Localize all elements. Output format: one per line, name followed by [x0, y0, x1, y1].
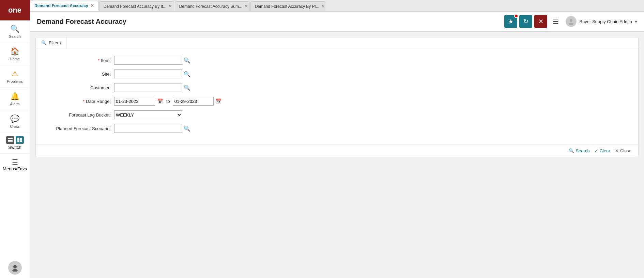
filters-tab-label: Filters: [49, 40, 61, 45]
app-logo[interactable]: one: [0, 0, 30, 20]
date-from-input[interactable]: [114, 97, 155, 106]
filter-tabs: 🔍 Filters: [36, 37, 638, 49]
search-filter-label: Search: [576, 148, 589, 153]
sidebar-problems-label: Problems: [7, 79, 22, 83]
sidebar-item-switch[interactable]: Switch: [0, 133, 30, 154]
svg-rect-0: [8, 138, 13, 139]
customer-input[interactable]: [114, 83, 182, 92]
item-label: * Item:: [46, 58, 114, 63]
tab-demand-forecast-pr[interactable]: Demand Forecast Accuracy By Pr... ✕: [250, 1, 325, 11]
search-nav-icon: 🔍: [10, 25, 19, 33]
search-filter-icon: 🔍: [569, 148, 574, 153]
tab-bar: Demand Forecast Accuracy ✕ Demand Foreca…: [30, 0, 644, 12]
item-input[interactable]: [114, 56, 182, 65]
tab-0-label: Demand Forecast Accuracy: [34, 3, 88, 8]
switch-icon-left: [6, 136, 14, 144]
date-range-to-text: to: [165, 99, 171, 104]
page-header: Demand Forecast Accuracy ★ ↻ ✕ ☰: [30, 12, 644, 32]
close-filter-label: Close: [620, 148, 631, 153]
sidebar-bottom: [0, 261, 30, 278]
favorite-button[interactable]: ★: [504, 15, 517, 28]
sidebar-item-chats[interactable]: 💬 Chats: [0, 110, 30, 133]
logo-text: one: [8, 6, 21, 15]
customer-search-icon: 🔍: [184, 85, 190, 91]
svg-point-9: [570, 19, 572, 22]
item-search-button[interactable]: 🔍: [182, 57, 192, 64]
content-area: 🔍 Filters * Item: 🔍: [30, 32, 644, 278]
sidebar-item-search[interactable]: 🔍 Search: [0, 20, 30, 43]
date-range-inputs: 📅 to 📅: [114, 97, 222, 106]
tab-1-close[interactable]: ✕: [168, 4, 172, 9]
user-name: Buyer Supply Chain Admin: [579, 19, 632, 24]
site-search-icon: 🔍: [184, 71, 190, 77]
switch-label: Switch: [8, 145, 21, 150]
page-title: Demand Forecast Accuracy: [37, 18, 504, 26]
filter-row-planned-forecast: Planned Forecast Scenario: 🔍: [46, 124, 628, 133]
forecast-lag-select[interactable]: WEEKLY DAILY MONTHLY: [114, 110, 182, 119]
svg-point-10: [569, 23, 573, 25]
planned-forecast-search-button[interactable]: 🔍: [182, 125, 192, 132]
svg-rect-2: [8, 141, 13, 142]
filters-tab[interactable]: 🔍 Filters: [36, 37, 66, 49]
filter-row-customer: Customer: 🔍: [46, 83, 628, 92]
tab-demand-forecast[interactable]: Demand Forecast Accuracy ✕: [30, 1, 98, 11]
date-from-calendar-button[interactable]: 📅: [156, 98, 164, 104]
user-avatar-bottom[interactable]: [8, 261, 22, 275]
forecast-lag-label: Forecast Lag Bucket:: [46, 112, 114, 118]
clear-filter-label: Clear: [600, 148, 610, 153]
filter-row-item: * Item: 🔍: [46, 56, 628, 65]
planned-forecast-label: Planned Forecast Scenario:: [46, 126, 114, 131]
user-avatar: [566, 16, 577, 27]
sidebar-search-label: Search: [9, 34, 21, 38]
svg-rect-5: [17, 140, 19, 142]
svg-rect-4: [20, 138, 22, 140]
clear-filter-button[interactable]: ✓ Clear: [595, 148, 610, 153]
filter-tab-icon: 🔍: [41, 40, 47, 45]
sidebar-item-problems[interactable]: ⚠ Problems: [0, 65, 30, 88]
sidebar: one 🔍 Search 🏠 Home ⚠ Problems 🔔 Alerts …: [0, 0, 30, 278]
tab-demand-forecast-sum[interactable]: Demand Forecast Accuracy Sum... ✕: [175, 1, 250, 11]
close-filter-button[interactable]: ✕ Close: [615, 148, 631, 153]
hamburger-icon: ☰: [553, 17, 559, 26]
sidebar-item-menus[interactable]: ☰ Menus/Favs: [0, 154, 30, 175]
item-search-icon: 🔍: [184, 58, 190, 63]
close-filter-icon: ✕: [615, 148, 619, 153]
sidebar-item-alerts[interactable]: 🔔 Alerts: [0, 88, 30, 110]
tab-2-close[interactable]: ✕: [244, 4, 248, 9]
calendar-from-icon: 📅: [157, 98, 163, 104]
main-content: Demand Forecast Accuracy ✕ Demand Foreca…: [30, 0, 644, 278]
svg-point-8: [12, 269, 18, 272]
sidebar-alerts-label: Alerts: [10, 102, 19, 106]
filter-panel: 🔍 Filters * Item: 🔍: [35, 37, 639, 157]
svg-point-7: [13, 265, 17, 268]
tab-3-close[interactable]: ✕: [321, 4, 325, 9]
svg-rect-3: [17, 138, 19, 140]
warning-icon: ⚠: [12, 70, 18, 78]
svg-rect-1: [8, 140, 13, 141]
tab-3-label: Demand Forecast Accuracy By Pr...: [255, 4, 319, 9]
sidebar-chats-label: Chats: [10, 124, 20, 128]
switch-icon-right: [16, 136, 24, 144]
search-filter-button[interactable]: 🔍 Search: [569, 148, 589, 153]
date-to-input[interactable]: [173, 97, 214, 106]
tab-0-close[interactable]: ✕: [90, 3, 94, 8]
sidebar-item-home[interactable]: 🏠 Home: [0, 43, 30, 65]
site-input[interactable]: [114, 70, 182, 78]
date-range-label: * Date Range:: [46, 99, 114, 104]
header-actions: ★ ↻ ✕ ☰ Buyer Supply Chain Admin: [504, 15, 637, 28]
close-page-button[interactable]: ✕: [534, 15, 547, 28]
close-icon: ✕: [538, 18, 543, 25]
date-required-star: *: [83, 99, 85, 104]
customer-search-button[interactable]: 🔍: [182, 84, 192, 91]
filter-row-forecast-lag: Forecast Lag Bucket: WEEKLY DAILY MONTHL…: [46, 110, 628, 119]
site-search-button[interactable]: 🔍: [182, 71, 192, 77]
user-dropdown-button[interactable]: ▾: [635, 19, 637, 24]
tab-demand-forecast-item[interactable]: Demand Forecast Accuracy By It... ✕: [99, 1, 174, 11]
tab-2-label: Demand Forecast Accuracy Sum...: [179, 4, 242, 9]
refresh-button[interactable]: ↻: [519, 15, 532, 28]
home-icon: 🏠: [10, 47, 19, 56]
date-to-calendar-button[interactable]: 📅: [215, 98, 222, 104]
menu-button[interactable]: ☰: [549, 15, 562, 28]
planned-forecast-input[interactable]: [114, 124, 182, 133]
svg-rect-6: [20, 140, 22, 142]
